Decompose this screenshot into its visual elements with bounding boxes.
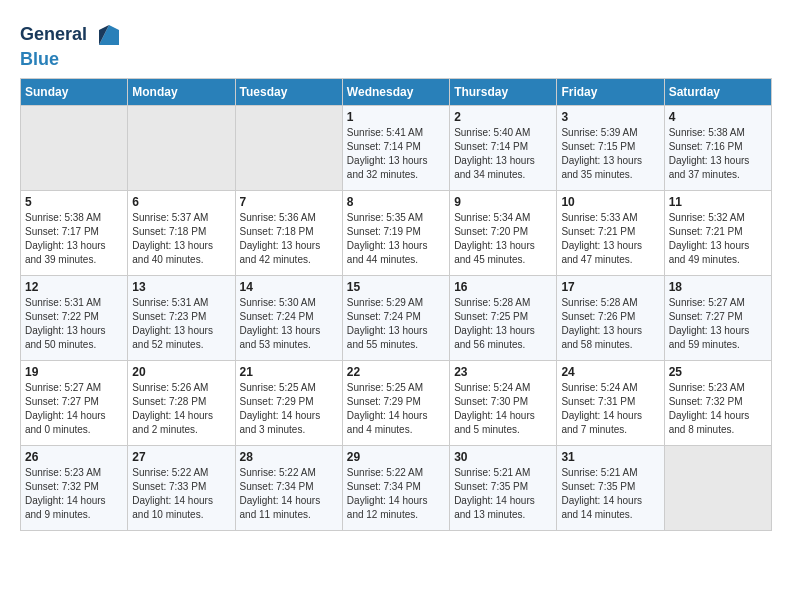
day-info: Sunrise: 5:36 AM Sunset: 7:18 PM Dayligh… [240, 211, 338, 267]
weekday-header: Sunday [21, 78, 128, 105]
day-number: 18 [669, 280, 767, 294]
day-number: 17 [561, 280, 659, 294]
header: General Blue [20, 20, 772, 70]
day-number: 25 [669, 365, 767, 379]
calendar-day-cell: 25 Sunrise: 5:23 AM Sunset: 7:32 PM Dayl… [664, 360, 771, 445]
day-number: 27 [132, 450, 230, 464]
day-info: Sunrise: 5:32 AM Sunset: 7:21 PM Dayligh… [669, 211, 767, 267]
day-info: Sunrise: 5:24 AM Sunset: 7:30 PM Dayligh… [454, 381, 552, 437]
calendar-day-cell: 19 Sunrise: 5:27 AM Sunset: 7:27 PM Dayl… [21, 360, 128, 445]
calendar-day-cell: 15 Sunrise: 5:29 AM Sunset: 7:24 PM Dayl… [342, 275, 449, 360]
day-info: Sunrise: 5:21 AM Sunset: 7:35 PM Dayligh… [561, 466, 659, 522]
logo: General Blue [20, 20, 124, 70]
day-info: Sunrise: 5:22 AM Sunset: 7:34 PM Dayligh… [240, 466, 338, 522]
day-number: 21 [240, 365, 338, 379]
logo-icon [94, 20, 124, 50]
day-info: Sunrise: 5:34 AM Sunset: 7:20 PM Dayligh… [454, 211, 552, 267]
day-info: Sunrise: 5:41 AM Sunset: 7:14 PM Dayligh… [347, 126, 445, 182]
day-info: Sunrise: 5:28 AM Sunset: 7:25 PM Dayligh… [454, 296, 552, 352]
day-number: 29 [347, 450, 445, 464]
day-number: 23 [454, 365, 552, 379]
day-info: Sunrise: 5:22 AM Sunset: 7:33 PM Dayligh… [132, 466, 230, 522]
day-number: 19 [25, 365, 123, 379]
day-number: 30 [454, 450, 552, 464]
weekday-header: Tuesday [235, 78, 342, 105]
calendar-day-cell: 20 Sunrise: 5:26 AM Sunset: 7:28 PM Dayl… [128, 360, 235, 445]
day-info: Sunrise: 5:31 AM Sunset: 7:23 PM Dayligh… [132, 296, 230, 352]
calendar-day-cell: 7 Sunrise: 5:36 AM Sunset: 7:18 PM Dayli… [235, 190, 342, 275]
calendar-table: SundayMondayTuesdayWednesdayThursdayFrid… [20, 78, 772, 531]
calendar-day-cell: 21 Sunrise: 5:25 AM Sunset: 7:29 PM Dayl… [235, 360, 342, 445]
day-info: Sunrise: 5:23 AM Sunset: 7:32 PM Dayligh… [25, 466, 123, 522]
calendar-day-cell: 8 Sunrise: 5:35 AM Sunset: 7:19 PM Dayli… [342, 190, 449, 275]
calendar-day-cell: 14 Sunrise: 5:30 AM Sunset: 7:24 PM Dayl… [235, 275, 342, 360]
calendar-day-cell [128, 105, 235, 190]
day-info: Sunrise: 5:25 AM Sunset: 7:29 PM Dayligh… [240, 381, 338, 437]
day-info: Sunrise: 5:40 AM Sunset: 7:14 PM Dayligh… [454, 126, 552, 182]
weekday-header-row: SundayMondayTuesdayWednesdayThursdayFrid… [21, 78, 772, 105]
calendar-day-cell: 22 Sunrise: 5:25 AM Sunset: 7:29 PM Dayl… [342, 360, 449, 445]
day-info: Sunrise: 5:28 AM Sunset: 7:26 PM Dayligh… [561, 296, 659, 352]
day-number: 2 [454, 110, 552, 124]
day-number: 13 [132, 280, 230, 294]
calendar-day-cell: 6 Sunrise: 5:37 AM Sunset: 7:18 PM Dayli… [128, 190, 235, 275]
calendar-day-cell [21, 105, 128, 190]
day-number: 7 [240, 195, 338, 209]
calendar-day-cell: 26 Sunrise: 5:23 AM Sunset: 7:32 PM Dayl… [21, 445, 128, 530]
day-number: 16 [454, 280, 552, 294]
day-info: Sunrise: 5:27 AM Sunset: 7:27 PM Dayligh… [669, 296, 767, 352]
logo-blue: Blue [20, 50, 124, 70]
calendar-day-cell: 13 Sunrise: 5:31 AM Sunset: 7:23 PM Dayl… [128, 275, 235, 360]
day-number: 26 [25, 450, 123, 464]
calendar-day-cell: 12 Sunrise: 5:31 AM Sunset: 7:22 PM Dayl… [21, 275, 128, 360]
calendar-week-row: 1 Sunrise: 5:41 AM Sunset: 7:14 PM Dayli… [21, 105, 772, 190]
day-info: Sunrise: 5:23 AM Sunset: 7:32 PM Dayligh… [669, 381, 767, 437]
calendar-week-row: 19 Sunrise: 5:27 AM Sunset: 7:27 PM Dayl… [21, 360, 772, 445]
day-info: Sunrise: 5:21 AM Sunset: 7:35 PM Dayligh… [454, 466, 552, 522]
day-info: Sunrise: 5:39 AM Sunset: 7:15 PM Dayligh… [561, 126, 659, 182]
day-info: Sunrise: 5:38 AM Sunset: 7:17 PM Dayligh… [25, 211, 123, 267]
day-info: Sunrise: 5:38 AM Sunset: 7:16 PM Dayligh… [669, 126, 767, 182]
day-info: Sunrise: 5:31 AM Sunset: 7:22 PM Dayligh… [25, 296, 123, 352]
calendar-day-cell: 2 Sunrise: 5:40 AM Sunset: 7:14 PM Dayli… [450, 105, 557, 190]
day-number: 9 [454, 195, 552, 209]
calendar-week-row: 26 Sunrise: 5:23 AM Sunset: 7:32 PM Dayl… [21, 445, 772, 530]
day-info: Sunrise: 5:37 AM Sunset: 7:18 PM Dayligh… [132, 211, 230, 267]
day-info: Sunrise: 5:22 AM Sunset: 7:34 PM Dayligh… [347, 466, 445, 522]
calendar-day-cell: 31 Sunrise: 5:21 AM Sunset: 7:35 PM Dayl… [557, 445, 664, 530]
day-number: 12 [25, 280, 123, 294]
day-number: 20 [132, 365, 230, 379]
calendar-day-cell: 24 Sunrise: 5:24 AM Sunset: 7:31 PM Dayl… [557, 360, 664, 445]
day-number: 24 [561, 365, 659, 379]
weekday-header: Saturday [664, 78, 771, 105]
weekday-header: Friday [557, 78, 664, 105]
day-info: Sunrise: 5:29 AM Sunset: 7:24 PM Dayligh… [347, 296, 445, 352]
calendar-day-cell: 28 Sunrise: 5:22 AM Sunset: 7:34 PM Dayl… [235, 445, 342, 530]
calendar-week-row: 5 Sunrise: 5:38 AM Sunset: 7:17 PM Dayli… [21, 190, 772, 275]
day-number: 5 [25, 195, 123, 209]
weekday-header: Wednesday [342, 78, 449, 105]
day-number: 4 [669, 110, 767, 124]
calendar-day-cell: 4 Sunrise: 5:38 AM Sunset: 7:16 PM Dayli… [664, 105, 771, 190]
calendar-day-cell [664, 445, 771, 530]
day-info: Sunrise: 5:30 AM Sunset: 7:24 PM Dayligh… [240, 296, 338, 352]
calendar-day-cell: 18 Sunrise: 5:27 AM Sunset: 7:27 PM Dayl… [664, 275, 771, 360]
day-number: 28 [240, 450, 338, 464]
calendar-day-cell [235, 105, 342, 190]
logo-general: General [20, 24, 87, 44]
day-info: Sunrise: 5:35 AM Sunset: 7:19 PM Dayligh… [347, 211, 445, 267]
day-number: 31 [561, 450, 659, 464]
calendar-day-cell: 16 Sunrise: 5:28 AM Sunset: 7:25 PM Dayl… [450, 275, 557, 360]
calendar-day-cell: 5 Sunrise: 5:38 AM Sunset: 7:17 PM Dayli… [21, 190, 128, 275]
calendar-day-cell: 27 Sunrise: 5:22 AM Sunset: 7:33 PM Dayl… [128, 445, 235, 530]
day-info: Sunrise: 5:33 AM Sunset: 7:21 PM Dayligh… [561, 211, 659, 267]
day-number: 14 [240, 280, 338, 294]
day-number: 3 [561, 110, 659, 124]
calendar-day-cell: 11 Sunrise: 5:32 AM Sunset: 7:21 PM Dayl… [664, 190, 771, 275]
calendar-day-cell: 17 Sunrise: 5:28 AM Sunset: 7:26 PM Dayl… [557, 275, 664, 360]
day-info: Sunrise: 5:26 AM Sunset: 7:28 PM Dayligh… [132, 381, 230, 437]
day-number: 15 [347, 280, 445, 294]
calendar-day-cell: 9 Sunrise: 5:34 AM Sunset: 7:20 PM Dayli… [450, 190, 557, 275]
calendar-day-cell: 23 Sunrise: 5:24 AM Sunset: 7:30 PM Dayl… [450, 360, 557, 445]
day-info: Sunrise: 5:27 AM Sunset: 7:27 PM Dayligh… [25, 381, 123, 437]
